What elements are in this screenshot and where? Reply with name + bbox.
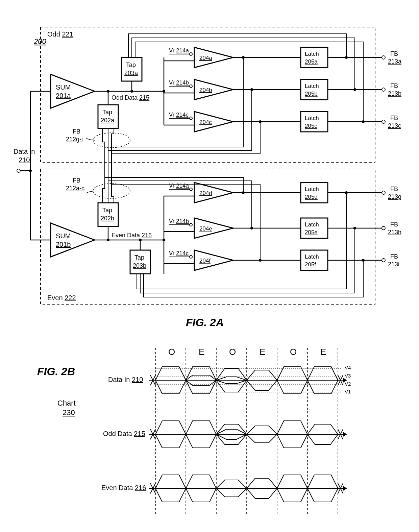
- fb-213c-ref: 213c: [388, 122, 401, 129]
- latch-205e-ref: 205e: [305, 229, 318, 236]
- col-o-1: O: [168, 347, 175, 357]
- latch-205a-ref: 205a: [305, 58, 318, 65]
- data-in-ref: 210: [19, 156, 30, 164]
- svg-point-56: [382, 120, 385, 123]
- col-e-1: E: [199, 347, 204, 357]
- chart-ref: 230: [63, 408, 75, 417]
- svg-point-52: [382, 56, 385, 59]
- fb-212ac-ref: 212a-c: [66, 185, 84, 192]
- even-data-eye: [149, 475, 346, 502]
- fig-2a-diagram: 200 Odd 221 Even 222 Data in 210 SUM 201…: [7, 7, 412, 331]
- sum-b-label: SUM: [56, 232, 71, 240]
- svg-point-60: [382, 226, 385, 230]
- fb-213i-ref: 213i: [388, 261, 399, 268]
- fig-2b-title: FIG. 2B: [37, 365, 75, 378]
- svg-marker-102: [344, 487, 346, 490]
- svg-marker-95: [344, 433, 346, 436]
- vr-c-label-2: Vr 214c: [169, 250, 189, 257]
- fb-213b-label: FB: [390, 82, 398, 89]
- sum-a-ref: 201a: [56, 92, 71, 99]
- comp-204f-ref: 204f: [199, 258, 211, 264]
- odd-label: Odd 221: [47, 30, 73, 38]
- tap-202b-block: [98, 203, 118, 226]
- tap-203b-label: Tap: [134, 254, 144, 261]
- fb-213a-label: FB: [390, 50, 398, 57]
- odd-data-eye: [149, 421, 346, 448]
- tap-202a-ref: 202a: [101, 117, 115, 124]
- vr-a-label-2: Vr 214a: [169, 183, 189, 189]
- col-o-3: O: [290, 347, 297, 357]
- svg-point-31: [190, 117, 192, 120]
- fig-2b-chart: FIG. 2B Chart 230 O E O E O E Data In 21…: [7, 331, 412, 521]
- fb-213h-label: FB: [390, 221, 398, 228]
- tap-202b-ref: 202b: [101, 215, 114, 222]
- svg-point-33: [190, 188, 192, 191]
- chart-label: Chart: [57, 399, 76, 407]
- tap-202a-label: Tap: [102, 109, 112, 116]
- data-in-terminal-icon: [17, 169, 20, 172]
- vr-c-label-1: Vr 214c: [169, 112, 189, 118]
- fb-213g-label: FB: [390, 186, 398, 192]
- circuit-ref: 200: [33, 37, 46, 46]
- tap-202a-block: [98, 105, 118, 128]
- even-data-row-label: Even Data 216: [101, 484, 146, 491]
- comp-204a-ref: 204a: [199, 55, 212, 61]
- svg-point-4: [29, 169, 32, 172]
- sum-b-amp-icon: [51, 223, 95, 257]
- odd-data-row-label: Odd Data 215: [103, 430, 145, 437]
- vr-b-label-2: Vr 214b: [169, 218, 189, 224]
- tap-203a-label: Tap: [126, 62, 136, 68]
- svg-text:Latch: Latch: [305, 83, 319, 89]
- tap-203b-block: [130, 250, 150, 274]
- even-data-label: Even Data 216: [112, 232, 152, 239]
- tap-203a-block: [122, 57, 142, 81]
- v2-label: V2: [345, 381, 351, 387]
- v1-label: V1: [345, 389, 351, 394]
- latch-205b-ref: 205b: [305, 91, 318, 97]
- vr-b-label-1: Vr 214b: [169, 79, 189, 86]
- fb-212ac-label: FB: [73, 177, 80, 184]
- svg-point-62: [382, 259, 385, 262]
- tap-203a-ref: 203a: [124, 70, 138, 76]
- v3-label: V3: [345, 373, 351, 379]
- fb-213i-label: FB: [390, 253, 398, 260]
- comp-204c-ref: 204c: [199, 119, 212, 125]
- svg-point-29: [190, 85, 192, 88]
- fb-213g-ref: 213g: [388, 193, 401, 200]
- tap-202b-label: Tap: [102, 207, 112, 214]
- fb-213a-ref: 213a: [388, 58, 402, 65]
- col-o-2: O: [229, 347, 236, 357]
- sum-b-ref: 201b: [56, 241, 71, 248]
- fb-213c-label: FB: [390, 115, 398, 121]
- v4-label: V4: [345, 365, 351, 370]
- fb-212gi-label: FB: [73, 128, 80, 135]
- sum-a-amp-icon: [51, 74, 95, 108]
- svg-text:Latch: Latch: [305, 51, 319, 57]
- svg-point-37: [190, 256, 192, 258]
- svg-text:Latch: Latch: [305, 115, 319, 121]
- svg-text:Latch: Latch: [305, 186, 319, 192]
- comp-204d-ref: 204d: [199, 190, 212, 196]
- latch-205c-ref: 205c: [305, 123, 317, 129]
- comp-204b-ref: 204b: [199, 87, 212, 93]
- fig-2a-title: FIG. 2A: [186, 316, 224, 329]
- svg-point-54: [382, 88, 385, 91]
- svg-point-27: [190, 53, 192, 55]
- even-label: Even 222: [47, 294, 76, 301]
- fb-212gi-ref: 212g-i: [66, 136, 83, 143]
- svg-text:Latch: Latch: [305, 221, 319, 228]
- tap-203b-ref: 203b: [133, 262, 146, 269]
- data-in-row-label: Data In 210: [108, 376, 143, 383]
- sum-a-label: SUM: [56, 83, 71, 91]
- data-in-label: Data in: [14, 148, 35, 155]
- fb-213b-ref: 213b: [388, 90, 401, 97]
- fb-213h-ref: 213h: [388, 229, 401, 236]
- col-e-3: E: [320, 347, 326, 357]
- svg-point-35: [190, 223, 192, 226]
- odd-data-label: Odd Data 215: [112, 94, 149, 101]
- data-in-eye: [149, 367, 346, 394]
- svg-text:Latch: Latch: [305, 253, 319, 260]
- svg-point-58: [382, 191, 385, 194]
- vr-a-label-1: Vr 214a: [169, 47, 189, 54]
- comp-204e-ref: 204e: [199, 225, 212, 232]
